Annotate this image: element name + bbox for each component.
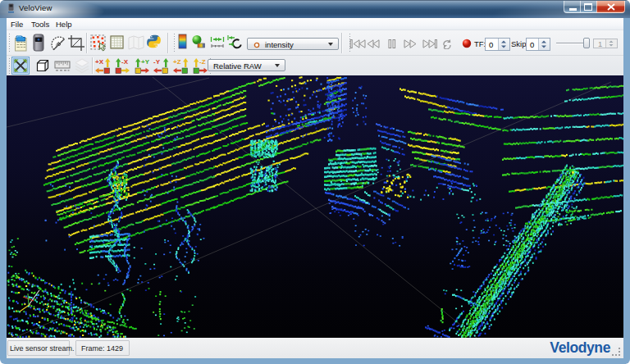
svg-text:-Z: -Z [199, 58, 206, 66]
svg-text:+Z: +Z [173, 58, 181, 66]
svg-text:+Y: +Y [141, 58, 150, 66]
svg-text:+X: +X [95, 58, 104, 66]
svg-text:-X: -X [121, 58, 129, 66]
svg-text:-Y: -Y [153, 58, 161, 66]
